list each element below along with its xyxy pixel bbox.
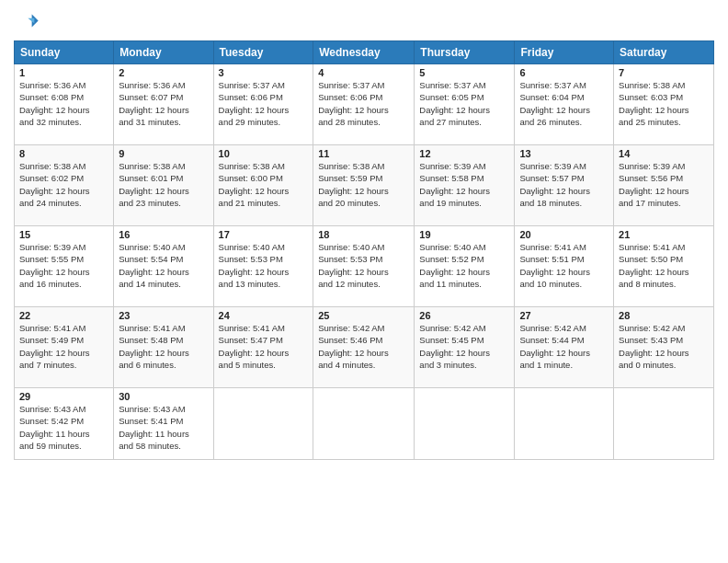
- day-number: 2: [119, 67, 208, 78]
- day-info: Sunrise: 5:38 AM Sunset: 6:02 PM Dayligh…: [19, 160, 108, 209]
- calendar-cell: 12Sunrise: 5:39 AM Sunset: 5:58 PM Dayli…: [415, 145, 515, 226]
- calendar-cell: 15Sunrise: 5:39 AM Sunset: 5:55 PM Dayli…: [15, 226, 114, 307]
- day-info: Sunrise: 5:43 AM Sunset: 5:42 PM Dayligh…: [19, 403, 108, 452]
- day-number: 11: [318, 148, 409, 159]
- calendar-cell: 18Sunrise: 5:40 AM Sunset: 5:53 PM Dayli…: [313, 226, 415, 307]
- calendar-cell: 16Sunrise: 5:40 AM Sunset: 5:54 PM Dayli…: [114, 226, 213, 307]
- calendar-cell: 5Sunrise: 5:37 AM Sunset: 6:05 PM Daylig…: [415, 64, 515, 145]
- day-number: 17: [219, 229, 309, 240]
- day-info: Sunrise: 5:39 AM Sunset: 5:56 PM Dayligh…: [619, 160, 709, 209]
- day-info: Sunrise: 5:37 AM Sunset: 6:05 PM Dayligh…: [419, 79, 509, 128]
- day-info: Sunrise: 5:36 AM Sunset: 6:08 PM Dayligh…: [19, 79, 108, 128]
- calendar-cell: 3Sunrise: 5:37 AM Sunset: 6:06 PM Daylig…: [213, 64, 313, 145]
- day-info: Sunrise: 5:36 AM Sunset: 6:07 PM Dayligh…: [119, 79, 208, 128]
- calendar-cell: 25Sunrise: 5:42 AM Sunset: 5:46 PM Dayli…: [313, 307, 415, 388]
- day-info: Sunrise: 5:37 AM Sunset: 6:06 PM Dayligh…: [318, 79, 409, 128]
- calendar: SundayMondayTuesdayWednesdayThursdayFrid…: [14, 40, 714, 460]
- day-number: 10: [219, 148, 309, 159]
- calendar-cell: 7Sunrise: 5:38 AM Sunset: 6:03 PM Daylig…: [614, 64, 714, 145]
- calendar-week-3: 15Sunrise: 5:39 AM Sunset: 5:55 PM Dayli…: [15, 226, 714, 307]
- day-info: Sunrise: 5:40 AM Sunset: 5:53 PM Dayligh…: [219, 241, 309, 290]
- calendar-cell: [614, 388, 714, 460]
- calendar-header-friday: Friday: [515, 41, 614, 64]
- day-number: 4: [318, 67, 409, 78]
- calendar-cell: 27Sunrise: 5:42 AM Sunset: 5:44 PM Dayli…: [515, 307, 614, 388]
- day-number: 8: [19, 148, 108, 159]
- calendar-cell: 4Sunrise: 5:37 AM Sunset: 6:06 PM Daylig…: [313, 64, 415, 145]
- day-number: 21: [619, 229, 709, 240]
- day-info: Sunrise: 5:42 AM Sunset: 5:45 PM Dayligh…: [419, 322, 509, 371]
- header: [14, 9, 714, 35]
- logo: [14, 9, 43, 35]
- day-info: Sunrise: 5:41 AM Sunset: 5:48 PM Dayligh…: [119, 322, 208, 371]
- day-number: 23: [119, 310, 208, 321]
- day-number: 9: [119, 148, 208, 159]
- day-info: Sunrise: 5:41 AM Sunset: 5:47 PM Dayligh…: [219, 322, 309, 371]
- calendar-week-2: 8Sunrise: 5:38 AM Sunset: 6:02 PM Daylig…: [15, 145, 714, 226]
- calendar-cell: [213, 388, 313, 460]
- calendar-week-5: 29Sunrise: 5:43 AM Sunset: 5:42 PM Dayli…: [15, 388, 714, 460]
- day-number: 18: [318, 229, 409, 240]
- day-number: 27: [519, 310, 609, 321]
- page: SundayMondayTuesdayWednesdayThursdayFrid…: [0, 0, 728, 563]
- day-info: Sunrise: 5:38 AM Sunset: 5:59 PM Dayligh…: [318, 160, 409, 209]
- day-number: 7: [619, 67, 709, 78]
- day-info: Sunrise: 5:39 AM Sunset: 5:58 PM Dayligh…: [419, 160, 509, 209]
- calendar-cell: 1Sunrise: 5:36 AM Sunset: 6:08 PM Daylig…: [15, 64, 114, 145]
- day-info: Sunrise: 5:39 AM Sunset: 5:55 PM Dayligh…: [19, 241, 108, 290]
- calendar-cell: 28Sunrise: 5:42 AM Sunset: 5:43 PM Dayli…: [614, 307, 714, 388]
- day-number: 6: [519, 67, 609, 78]
- day-number: 1: [19, 67, 108, 78]
- calendar-cell: 14Sunrise: 5:39 AM Sunset: 5:56 PM Dayli…: [614, 145, 714, 226]
- calendar-cell: 26Sunrise: 5:42 AM Sunset: 5:45 PM Dayli…: [415, 307, 515, 388]
- logo-icon: [14, 9, 40, 35]
- day-number: 14: [619, 148, 709, 159]
- day-info: Sunrise: 5:38 AM Sunset: 6:01 PM Dayligh…: [119, 160, 208, 209]
- day-number: 13: [519, 148, 609, 159]
- calendar-cell: 21Sunrise: 5:41 AM Sunset: 5:50 PM Dayli…: [614, 226, 714, 307]
- calendar-header-tuesday: Tuesday: [213, 41, 313, 64]
- day-number: 24: [219, 310, 309, 321]
- calendar-week-4: 22Sunrise: 5:41 AM Sunset: 5:49 PM Dayli…: [15, 307, 714, 388]
- calendar-cell: 17Sunrise: 5:40 AM Sunset: 5:53 PM Dayli…: [213, 226, 313, 307]
- svg-marker-1: [28, 18, 34, 24]
- day-number: 3: [219, 67, 309, 78]
- calendar-cell: 22Sunrise: 5:41 AM Sunset: 5:49 PM Dayli…: [15, 307, 114, 388]
- day-info: Sunrise: 5:40 AM Sunset: 5:54 PM Dayligh…: [119, 241, 208, 290]
- calendar-header-sunday: Sunday: [15, 41, 114, 64]
- day-number: 29: [19, 391, 108, 402]
- day-number: 26: [419, 310, 509, 321]
- day-info: Sunrise: 5:42 AM Sunset: 5:46 PM Dayligh…: [318, 322, 409, 371]
- day-number: 25: [318, 310, 409, 321]
- day-number: 5: [419, 67, 509, 78]
- day-info: Sunrise: 5:37 AM Sunset: 6:04 PM Dayligh…: [519, 79, 609, 128]
- calendar-cell: [313, 388, 415, 460]
- calendar-header-wednesday: Wednesday: [313, 41, 415, 64]
- calendar-cell: 20Sunrise: 5:41 AM Sunset: 5:51 PM Dayli…: [515, 226, 614, 307]
- day-info: Sunrise: 5:40 AM Sunset: 5:53 PM Dayligh…: [318, 241, 409, 290]
- calendar-cell: 11Sunrise: 5:38 AM Sunset: 5:59 PM Dayli…: [313, 145, 415, 226]
- day-number: 15: [19, 229, 108, 240]
- day-info: Sunrise: 5:41 AM Sunset: 5:50 PM Dayligh…: [619, 241, 709, 290]
- calendar-cell: [415, 388, 515, 460]
- calendar-week-1: 1Sunrise: 5:36 AM Sunset: 6:08 PM Daylig…: [15, 64, 714, 145]
- calendar-cell: 8Sunrise: 5:38 AM Sunset: 6:02 PM Daylig…: [15, 145, 114, 226]
- day-number: 12: [419, 148, 509, 159]
- calendar-cell: 2Sunrise: 5:36 AM Sunset: 6:07 PM Daylig…: [114, 64, 213, 145]
- day-info: Sunrise: 5:43 AM Sunset: 5:41 PM Dayligh…: [119, 403, 208, 452]
- day-info: Sunrise: 5:38 AM Sunset: 6:00 PM Dayligh…: [219, 160, 309, 209]
- day-info: Sunrise: 5:42 AM Sunset: 5:44 PM Dayligh…: [519, 322, 609, 371]
- calendar-cell: 23Sunrise: 5:41 AM Sunset: 5:48 PM Dayli…: [114, 307, 213, 388]
- calendar-cell: 6Sunrise: 5:37 AM Sunset: 6:04 PM Daylig…: [515, 64, 614, 145]
- calendar-cell: 10Sunrise: 5:38 AM Sunset: 6:00 PM Dayli…: [213, 145, 313, 226]
- day-number: 16: [119, 229, 208, 240]
- day-info: Sunrise: 5:37 AM Sunset: 6:06 PM Dayligh…: [219, 79, 309, 128]
- day-info: Sunrise: 5:41 AM Sunset: 5:49 PM Dayligh…: [19, 322, 108, 371]
- calendar-header-monday: Monday: [114, 41, 213, 64]
- calendar-cell: [515, 388, 614, 460]
- calendar-header-saturday: Saturday: [614, 41, 714, 64]
- calendar-cell: 24Sunrise: 5:41 AM Sunset: 5:47 PM Dayli…: [213, 307, 313, 388]
- day-info: Sunrise: 5:40 AM Sunset: 5:52 PM Dayligh…: [419, 241, 509, 290]
- calendar-cell: 29Sunrise: 5:43 AM Sunset: 5:42 PM Dayli…: [15, 388, 114, 460]
- day-number: 28: [619, 310, 709, 321]
